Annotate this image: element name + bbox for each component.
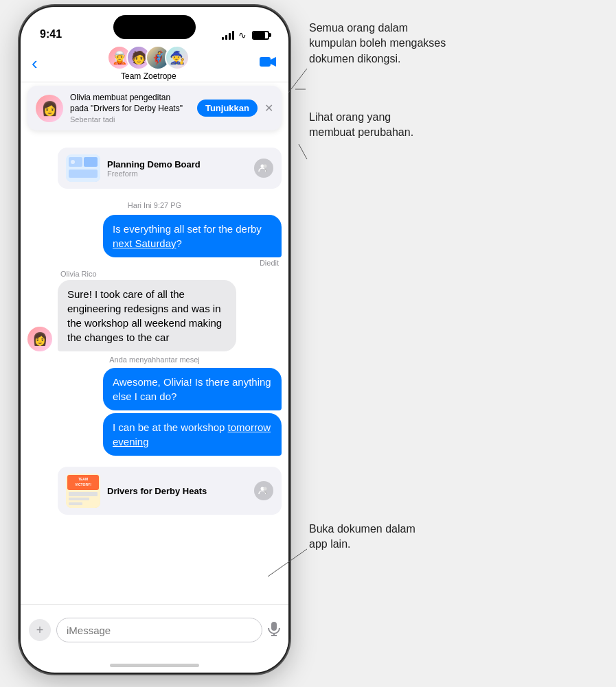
doc-name: Planning Demo Board [107, 159, 247, 170]
annotation-line-1 [295, 0, 616, 275]
annotation-changes: Lihat orang yang membuat perubahan. [309, 110, 413, 141]
status-time: 9:41 [40, 28, 62, 40]
close-notification-button[interactable]: ✕ [264, 102, 273, 115]
link-next-saturday: next Saturday [113, 237, 176, 249]
annotations-area: Semua orang dalam kumpulan boleh mengaks… [295, 0, 616, 687]
freeform-doc-card[interactable]: Planning Demo Board Freeform [58, 148, 282, 189]
battery-icon [252, 31, 269, 40]
show-button[interactable]: Tunjukkan [197, 100, 258, 117]
svg-rect-14 [69, 502, 82, 505]
status-icons: ∿ [222, 30, 269, 40]
svg-rect-17 [271, 622, 277, 631]
signal-icon [222, 31, 234, 40]
svg-point-16 [264, 487, 267, 491]
back-button[interactable]: ‹ [32, 53, 38, 74]
derby-group-icon [254, 481, 273, 500]
svg-rect-3 [84, 157, 98, 167]
derby-doc-name: Drivers for Derby Heats [107, 486, 247, 496]
group-avatars: 🧝 🧑 🦸 🧙 [107, 45, 190, 70]
message-input[interactable] [56, 618, 262, 642]
sender-label-olivia: Olivia Rico [60, 270, 282, 278]
notif-subtitle: Sebentar tadi [70, 115, 190, 124]
message-row-sent-2: Awesome, Olivia! Is there anything else … [27, 368, 282, 410]
dynamic-island [113, 15, 196, 39]
group-name: Team Zoetrope [121, 71, 176, 81]
link-tomorrow-evening: tomorrow evening [113, 421, 271, 447]
time-separator: Hari Ini 9:27 PG [27, 201, 282, 209]
video-call-button[interactable] [260, 56, 277, 71]
avatar-4: 🧙 [165, 45, 190, 70]
mic-button[interactable] [268, 621, 280, 640]
svg-rect-12 [69, 492, 98, 496]
bubble-sent-3: I can be at the workshop tomorrow evenin… [103, 413, 282, 456]
nav-bar: ‹ 🧝 🧑 🦸 🧙 Team Zoetrope [21, 45, 288, 82]
wifi-icon: ∿ [238, 30, 247, 40]
notif-avatar: 👩 [36, 95, 63, 122]
svg-text:TEAM: TEAM [78, 477, 88, 481]
message-row-sent-1: Is everything all set for the derby next… [27, 215, 282, 267]
derby-doc-info: Drivers for Derby Heats [107, 486, 247, 496]
you-sent-label: Anda menyahhantar mesej [27, 356, 282, 364]
input-bar: + [21, 604, 288, 655]
notif-content: Olivia membuat pengeditan pada "Drivers … [70, 93, 190, 124]
olivia-avatar: 👩 [27, 327, 52, 351]
bubble-sent-1: Is everything all set for the derby next… [103, 215, 282, 257]
notification-banner: 👩 Olivia membuat pengeditan pada "Driver… [27, 86, 282, 130]
svg-point-7 [264, 165, 267, 168]
phone-frame: 9:41 ∿ ‹ 🧝 🧑 🦸 🧙 Team Zoetrope [21, 7, 288, 673]
derby-doc-card[interactable]: TEAM VICTORY! Drivers for Derby Heats [58, 467, 282, 515]
svg-rect-4 [69, 170, 98, 178]
add-button[interactable]: + [29, 619, 51, 641]
bubble-received-1: Sure! I took care of all the engineering… [58, 280, 236, 351]
annotation-shared-doc: Semua orang dalam kumpulan boleh mengaks… [309, 21, 446, 67]
chat-area: Planning Demo Board Freeform Hari Ini 9:… [21, 141, 288, 621]
notif-title: Olivia membuat pengeditan pada "Drivers … [70, 93, 190, 114]
doc-thumbnail [66, 154, 100, 182]
svg-line-22 [299, 144, 307, 159]
message-row-received-1: 👩 Sure! I took care of all the engineeri… [27, 280, 282, 351]
nav-center[interactable]: 🧝 🧑 🦸 🧙 Team Zoetrope [107, 45, 190, 81]
annotation-open-doc: Buka dokumen dalam app lain. [309, 522, 415, 552]
doc-app: Freeform [107, 170, 247, 178]
svg-line-21 [288, 69, 307, 93]
bubble-sent-2: Awesome, Olivia! Is there anything else … [103, 368, 282, 410]
doc-group-icon [254, 159, 273, 178]
home-indicator [110, 664, 199, 667]
svg-point-5 [71, 160, 75, 164]
derby-doc-thumb: TEAM VICTORY! [66, 474, 100, 508]
svg-rect-0 [260, 57, 271, 67]
svg-rect-13 [69, 498, 89, 500]
svg-text:VICTORY!: VICTORY! [75, 482, 91, 487]
message-row-sent-3: I can be at the workshop tomorrow evenin… [27, 413, 282, 456]
edited-label: Diedit [260, 259, 279, 267]
doc-info: Planning Demo Board Freeform [107, 159, 247, 178]
